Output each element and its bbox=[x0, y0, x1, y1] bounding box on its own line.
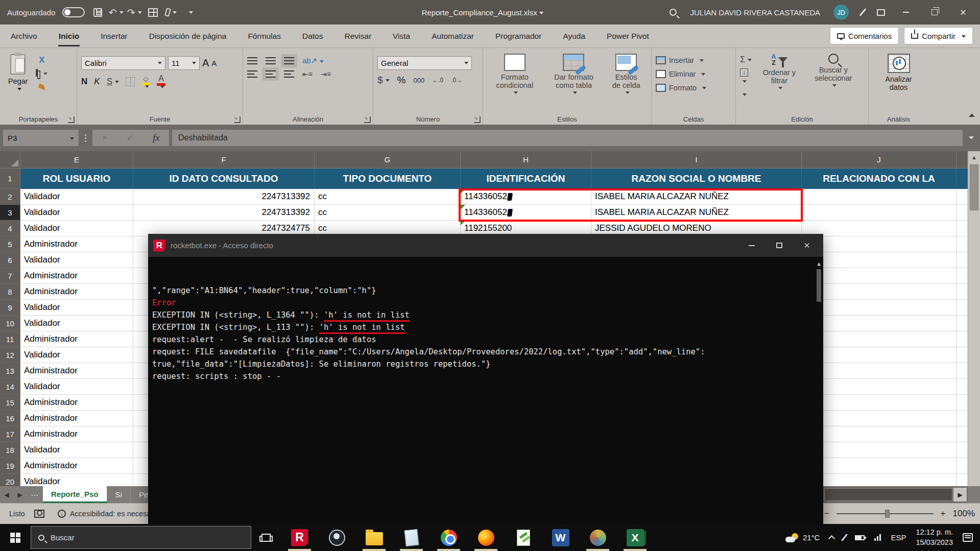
font-name-select[interactable]: Calibri bbox=[81, 56, 165, 70]
accessibility-status[interactable]: Accesibilidad: es necesario bbox=[70, 510, 159, 518]
sheet-nav-right-icon[interactable]: ▶ bbox=[13, 491, 27, 498]
copy-icon[interactable] bbox=[36, 68, 47, 79]
cell-relacionado-row11[interactable] bbox=[802, 331, 957, 347]
avatar[interactable]: JD bbox=[833, 5, 849, 20]
cell-relacionado-row19[interactable] bbox=[802, 458, 957, 474]
vertical-scrollbar[interactable]: ▲ bbox=[968, 151, 980, 486]
taskbar-search-input[interactable]: Buscar bbox=[31, 526, 251, 549]
row-header-15[interactable]: 15 bbox=[0, 395, 20, 411]
zoom-in-button[interactable]: + bbox=[941, 509, 946, 519]
clipboard-dialog-launcher[interactable] bbox=[68, 116, 75, 123]
battery-icon[interactable] bbox=[855, 535, 865, 540]
column-header-G[interactable]: G bbox=[315, 151, 461, 169]
minimize-button[interactable] bbox=[898, 5, 914, 20]
increase-decimal-icon[interactable]: ←.0 bbox=[432, 77, 443, 84]
align-top-icon[interactable] bbox=[247, 57, 257, 64]
network-icon[interactable] bbox=[874, 534, 881, 541]
cell-relacionado-row18[interactable] bbox=[802, 442, 957, 458]
format-painter-icon[interactable] bbox=[36, 82, 47, 92]
row-header-19[interactable]: 19 bbox=[0, 458, 20, 474]
decrease-decimal-icon[interactable]: .0→ bbox=[451, 77, 462, 84]
cell-rol-usuario-row20[interactable]: Validador bbox=[20, 474, 133, 486]
language-indicator[interactable]: ESP bbox=[891, 533, 906, 542]
name-box-splitter[interactable] bbox=[85, 134, 86, 142]
align-left-icon[interactable] bbox=[247, 70, 257, 78]
analyze-data-button[interactable]: Analizar datos bbox=[873, 52, 924, 113]
cell-rol-usuario-row10[interactable]: Validador bbox=[20, 316, 133, 331]
currency-button[interactable]: $ bbox=[377, 75, 390, 86]
close-button[interactable]: ✕ bbox=[955, 5, 971, 20]
row-header-11[interactable]: 11 bbox=[0, 331, 20, 347]
zoom-level[interactable]: 100% bbox=[953, 509, 975, 519]
rocketbot-console-window[interactable]: R rocketbot.exe - Acceso directo ✕ ","ra… bbox=[148, 234, 823, 524]
header-cell-3[interactable]: TIPO DOCUMENTO bbox=[315, 169, 461, 189]
cell-id-dato-consultado-row2[interactable]: 2247313392 bbox=[133, 189, 315, 205]
cell-relacionado-row5[interactable] bbox=[802, 236, 957, 252]
cell-id-dato-consultado-row3[interactable]: 2247313392 bbox=[133, 205, 315, 221]
cell-relacionado-row8[interactable] bbox=[802, 284, 957, 300]
column-header-H[interactable]: H bbox=[461, 151, 591, 169]
align-center-icon[interactable] bbox=[266, 70, 276, 78]
collapse-ribbon-icon[interactable] bbox=[969, 113, 975, 117]
scroll-up-icon[interactable]: ▲ bbox=[968, 151, 980, 163]
horizontal-scrollbar[interactable]: ▶ bbox=[823, 486, 968, 503]
alignment-dialog-launcher[interactable] bbox=[364, 116, 371, 123]
document-title[interactable]: Reporte_Compliance_August.xlsx bbox=[422, 0, 544, 25]
cell-tipo-documento-row2[interactable]: cc bbox=[315, 189, 461, 205]
row-header-2[interactable]: 2 bbox=[0, 189, 20, 205]
cell-rol-usuario-row13[interactable]: Administrador bbox=[20, 363, 133, 379]
greenshot-taskbar-button[interactable] bbox=[505, 524, 542, 551]
ribbon-tab-vista[interactable]: Vista bbox=[382, 25, 421, 48]
ribbon-tab-power-pivot[interactable]: Power Pivot bbox=[596, 25, 660, 48]
increase-indent-icon[interactable]: ⇥≡ bbox=[321, 70, 331, 78]
format-as-table-button[interactable]: Dar formato como tabla bbox=[546, 52, 602, 113]
autosum-button[interactable]: Σ bbox=[740, 55, 752, 64]
column-header-I[interactable]: I bbox=[591, 151, 802, 169]
cell-relacionado-row20[interactable] bbox=[802, 474, 957, 486]
autosave-toggle[interactable] bbox=[62, 7, 85, 17]
format-cells-button[interactable]: Formato bbox=[656, 84, 706, 92]
cell-rol-usuario-row7[interactable]: Administrador bbox=[20, 268, 133, 284]
cell-styles-button[interactable]: Estilos de celda bbox=[605, 52, 647, 113]
ribbon-tab-fórmulas[interactable]: Fórmulas bbox=[237, 25, 292, 48]
column-header-E[interactable]: E bbox=[20, 151, 133, 169]
fill-color-button[interactable]: ◇ bbox=[141, 76, 150, 88]
header-cell-2[interactable]: ID DATO CONSULTADO bbox=[133, 169, 315, 189]
find-select-button[interactable]: Buscar y seleccionar bbox=[807, 52, 860, 113]
horizontal-scroll-thumb[interactable] bbox=[824, 488, 952, 501]
ribbon-tab-programador[interactable]: Programador bbox=[485, 25, 552, 48]
header-cell-1[interactable]: ROL USUARIO bbox=[20, 169, 133, 189]
cell-rol-usuario-row19[interactable]: Administrador bbox=[20, 458, 133, 474]
column-header-F[interactable]: F bbox=[133, 151, 315, 169]
qat-customize-icon[interactable] bbox=[184, 7, 195, 18]
console-scroll-thumb[interactable] bbox=[817, 269, 821, 302]
console-maximize-button[interactable] bbox=[768, 238, 791, 253]
vertical-scroll-thumb[interactable] bbox=[970, 164, 978, 210]
clear-button[interactable] bbox=[740, 90, 752, 99]
cell-rol-usuario-row2[interactable]: Validador bbox=[20, 189, 133, 205]
console-scroll-up-icon[interactable]: ▲ bbox=[817, 258, 821, 266]
explorer-taskbar-button[interactable] bbox=[355, 524, 393, 551]
select-all-corner[interactable] bbox=[0, 151, 20, 169]
cell-rol-usuario-row15[interactable]: Administrador bbox=[20, 395, 133, 411]
row-header-3[interactable]: 3 bbox=[0, 205, 20, 221]
comments-button[interactable]: Comentarios bbox=[830, 27, 899, 44]
restore-button[interactable] bbox=[927, 5, 942, 20]
column-header-J[interactable]: J bbox=[802, 151, 957, 169]
cell-rol-usuario-row4[interactable]: Validador bbox=[20, 221, 133, 236]
ribbon-tab-archivo[interactable]: Archivo bbox=[0, 25, 48, 48]
expand-formula-bar-icon[interactable] bbox=[969, 136, 974, 139]
cell-relacionado-row2[interactable] bbox=[802, 189, 957, 205]
ink-icon[interactable] bbox=[859, 8, 867, 16]
row-header-1[interactable]: 1 bbox=[0, 169, 20, 189]
task-view-button[interactable] bbox=[251, 524, 281, 551]
cell-rol-usuario-row11[interactable]: Administrador bbox=[20, 331, 133, 347]
macro-record-icon[interactable] bbox=[34, 510, 44, 518]
chrome-taskbar-button[interactable] bbox=[430, 524, 467, 551]
redo-icon[interactable]: ↷ bbox=[129, 7, 140, 18]
cell-tipo-documento-row3[interactable]: cc bbox=[315, 205, 461, 221]
search-icon[interactable] bbox=[670, 9, 677, 16]
accept-entry-icon[interactable]: ✓ bbox=[126, 133, 133, 143]
row-header-4[interactable]: 4 bbox=[0, 221, 20, 236]
sheet-tab-si[interactable]: Si bbox=[107, 486, 131, 503]
